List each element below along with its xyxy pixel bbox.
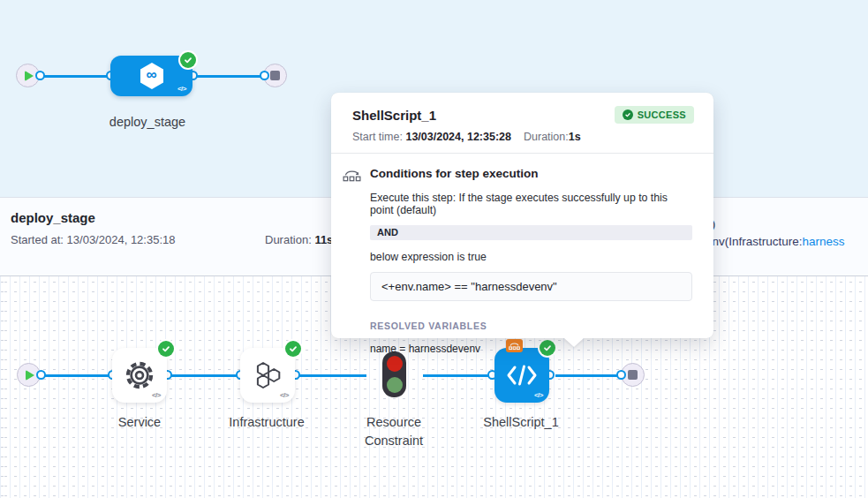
step-edge	[41, 374, 112, 377]
step-edge	[423, 374, 492, 377]
step-edge	[167, 374, 240, 377]
edge-point[interactable]	[260, 71, 269, 80]
play-icon	[26, 370, 34, 381]
clipped-text-line2: env(Infrastructure:harness	[706, 233, 868, 251]
conditions-flow-icon	[343, 169, 361, 182]
stage-panel-title: deploy_stage	[11, 210, 95, 225]
stage-duration-label: Duration:	[265, 233, 314, 246]
code-toggle-icon: </>	[534, 391, 543, 399]
stop-icon	[270, 71, 280, 80]
expression-box: <+env.name> == "harnessdevenv"	[370, 272, 692, 301]
infrastructure-text: env(Infrastructure:	[706, 235, 803, 248]
infrastructure-link[interactable]: harness	[803, 235, 845, 248]
popup-duration-value: 1s	[569, 131, 581, 143]
stage-success-check-icon	[180, 52, 196, 68]
start-time-value: 13/03/2024, 12:35:28	[405, 131, 511, 143]
edge-point[interactable]	[36, 370, 46, 380]
operator-bar: AND	[370, 225, 692, 240]
expression-intro-text: below expression is true	[370, 251, 692, 263]
popup-arrow	[563, 337, 585, 347]
code-toggle-icon: </>	[152, 391, 161, 399]
traffic-light-red-icon	[387, 356, 403, 372]
traffic-light-green-icon	[387, 377, 403, 393]
step-success-check-icon	[158, 341, 174, 357]
popup-duration-label: Duration:	[524, 131, 569, 143]
step-node-shellscript[interactable]: </>	[494, 348, 549, 403]
stage-node-label[interactable]: deploy_stage	[109, 113, 185, 132]
stop-icon	[628, 370, 638, 380]
step-label-service[interactable]: Service	[118, 413, 161, 432]
execute-condition-text: Execute this step: If the stage executes…	[370, 192, 692, 216]
popup-body: Conditions for step execution Execute th…	[331, 154, 713, 355]
step-edge	[555, 374, 621, 377]
popup-meta: Start time: 13/03/2024, 12:35:28Duration…	[352, 131, 694, 143]
stage-duration: Duration: 11s	[265, 233, 333, 246]
cd-stage-icon: ∞	[136, 60, 168, 92]
infinity-icon: ∞	[136, 60, 168, 92]
clipped-stage-details: s) env(Infrastructure:harness	[706, 215, 868, 251]
success-check-icon	[623, 109, 633, 120]
step-success-check-icon	[285, 341, 301, 357]
step-node-service[interactable]: </>	[112, 348, 167, 403]
gear-icon	[123, 358, 156, 392]
stage-edge	[40, 75, 110, 78]
start-time-label: Start time:	[352, 131, 405, 143]
play-icon	[25, 71, 34, 81]
resolved-variables-heading: RESOLVED VARIABLES	[370, 321, 692, 331]
status-badge-label: SUCCESS	[638, 109, 686, 120]
step-edge	[295, 374, 366, 377]
stage-edge	[192, 75, 264, 78]
popup-header: ShellScript_1 Start time: 13/03/2024, 12…	[331, 93, 713, 154]
clipped-text-line1: s)	[706, 215, 868, 233]
code-toggle-icon: </>	[280, 391, 289, 399]
pipeline-execution-view: ∞ </> deploy_stage deploy_stage Started …	[0, 0, 868, 498]
step-label-shellscript[interactable]: ShellScript_1	[483, 413, 558, 432]
step-node-infrastructure[interactable]: </>	[240, 348, 295, 403]
step-label-infrastructure[interactable]: Infrastructure	[229, 413, 304, 432]
hexagons-icon	[251, 359, 284, 391]
edge-point[interactable]	[616, 370, 626, 380]
stage-started-at: Started at: 13/03/2024, 12:35:18	[11, 233, 175, 246]
shell-script-icon	[504, 361, 540, 389]
resolved-variable-value: name = harnessdevenv	[370, 343, 692, 355]
step-label-resource-constraint[interactable]: Resource Constraint	[353, 413, 434, 450]
conditions-heading: Conditions for step execution	[370, 167, 692, 180]
status-badge: SUCCESS	[615, 106, 694, 124]
code-toggle-icon: </>	[177, 85, 186, 93]
step-details-popup: ShellScript_1 Start time: 13/03/2024, 12…	[331, 93, 713, 338]
edge-point[interactable]	[35, 71, 45, 80]
step-node-resource-constraint[interactable]	[382, 351, 406, 397]
